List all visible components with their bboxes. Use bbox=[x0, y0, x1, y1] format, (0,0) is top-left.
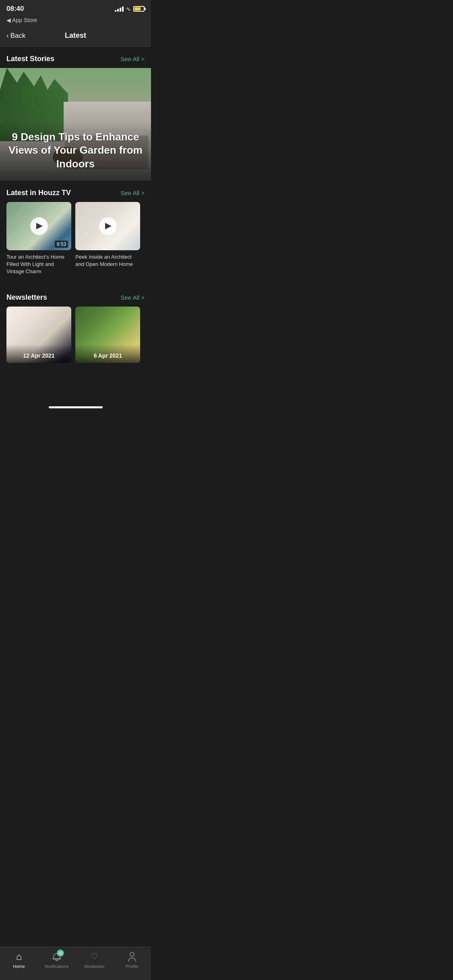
video-duration-1: 8:53 bbox=[55, 241, 68, 248]
newsletter-grid: 12 Apr 2021 6 Apr 2021 bbox=[0, 307, 151, 363]
featured-story-title: 9 Design Tips to Enhance Views of Your G… bbox=[8, 130, 143, 171]
video-thumb-2 bbox=[75, 202, 140, 250]
featured-story[interactable]: 9 Design Tips to Enhance Views of Your G… bbox=[0, 68, 151, 181]
play-button-2[interactable] bbox=[99, 217, 117, 235]
battery-fill: ⚡ bbox=[134, 7, 141, 10]
bottom-spacer bbox=[0, 363, 151, 403]
signal-bar-2 bbox=[117, 9, 119, 12]
main-content: Latest Stories See All > 9 Design Tips t… bbox=[0, 47, 151, 403]
newsletter-card-2[interactable]: 6 Apr 2021 bbox=[75, 307, 140, 363]
status-icons: ∿ ⚡ bbox=[115, 6, 145, 12]
newsletter-date-2: 6 Apr 2021 bbox=[75, 344, 140, 363]
play-triangle-icon-1 bbox=[36, 223, 43, 229]
signal-bar-3 bbox=[120, 8, 121, 12]
play-button-1[interactable] bbox=[30, 217, 48, 235]
newsletter-thumb-1: 12 Apr 2021 bbox=[6, 307, 71, 363]
newsletters-title: Newsletters bbox=[6, 293, 47, 302]
newsletters-see-all[interactable]: See All > bbox=[120, 294, 145, 301]
battery-icon: ⚡ bbox=[133, 6, 145, 12]
houzz-tv-section: Latest in Houzz TV See All > 8:53 Tour a… bbox=[0, 181, 151, 279]
video-thumb-1: 8:53 bbox=[6, 202, 71, 250]
app-store-label: ◀ App Store bbox=[6, 17, 37, 23]
play-triangle-icon-2 bbox=[105, 223, 112, 229]
video-title-2: Peek Inside an Architect and Open Modern… bbox=[75, 253, 140, 268]
video-card-2[interactable]: Peek Inside an Architect and Open Modern… bbox=[75, 202, 140, 276]
signal-bars-icon bbox=[115, 6, 124, 12]
featured-story-image: 9 Design Tips to Enhance Views of Your G… bbox=[0, 68, 151, 181]
back-label: Back bbox=[10, 32, 26, 40]
latest-stories-see-all[interactable]: See All > bbox=[120, 56, 145, 62]
video-grid: 8:53 Tour an Architect's Home Filled Wit… bbox=[0, 202, 151, 276]
wifi-icon: ∿ bbox=[126, 6, 131, 12]
back-chevron-icon: ‹ bbox=[6, 32, 9, 40]
newsletters-header: Newsletters See All > bbox=[0, 285, 151, 307]
status-time: 08:40 bbox=[6, 5, 24, 13]
newsletter-date-1: 12 Apr 2021 bbox=[6, 344, 71, 363]
status-bar: 08:40 ∿ ⚡ bbox=[0, 0, 151, 15]
video-card-1[interactable]: 8:53 Tour an Architect's Home Filled Wit… bbox=[6, 202, 71, 276]
page-title: Latest bbox=[65, 31, 86, 40]
houzz-tv-title: Latest in Houzz TV bbox=[6, 189, 71, 197]
back-button[interactable]: ‹ Back bbox=[6, 32, 25, 40]
houzz-tv-see-all[interactable]: See All > bbox=[120, 189, 145, 196]
newsletter-card-1[interactable]: 12 Apr 2021 bbox=[6, 307, 71, 363]
latest-stories-title: Latest Stories bbox=[6, 55, 54, 63]
battery-bolt-icon: ⚡ bbox=[135, 7, 140, 11]
latest-stories-header: Latest Stories See All > bbox=[0, 47, 151, 68]
signal-bar-1 bbox=[115, 10, 116, 12]
houzz-tv-header: Latest in Houzz TV See All > bbox=[0, 181, 151, 202]
signal-bar-4 bbox=[122, 6, 124, 12]
featured-story-text-overlay: 9 Design Tips to Enhance Views of Your G… bbox=[0, 122, 151, 181]
home-indicator bbox=[49, 406, 103, 408]
newsletter-thumb-2: 6 Apr 2021 bbox=[75, 307, 140, 363]
video-title-1: Tour an Architect's Home Filled With Lig… bbox=[6, 253, 71, 276]
app-store-bar: ◀ App Store bbox=[0, 15, 151, 27]
nav-bar: ‹ Back Latest bbox=[0, 27, 151, 47]
newsletters-section: Newsletters See All > 12 Apr 2021 6 Apr … bbox=[0, 285, 151, 363]
